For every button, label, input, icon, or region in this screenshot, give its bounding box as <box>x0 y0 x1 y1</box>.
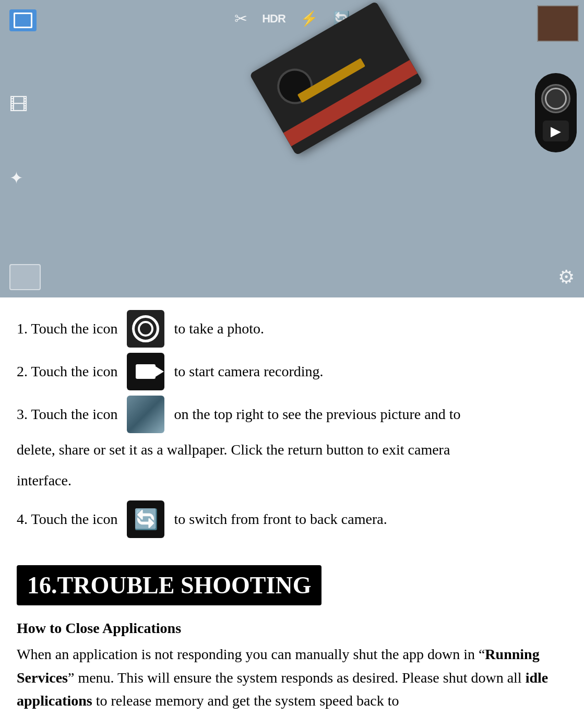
close-apps-section: How to Close Applications When an applic… <box>17 620 567 713</box>
step-4-post-text: to switch from front to back camera. <box>174 511 387 528</box>
step-4-pre-text: 4. Touch the icon <box>17 511 117 528</box>
video-triangle-icon <box>156 366 164 377</box>
thumbnail-preview <box>127 396 164 433</box>
body-text-end: to release memory and get the system spe… <box>92 693 399 709</box>
video-record-button[interactable]: ▶ <box>543 121 569 141</box>
camera-viewfinder: ✂ HDR ⚡ 🔄 🎞 ✦ ▶ ⚙ <box>0 0 584 297</box>
photo-thumbnail[interactable] <box>537 5 579 42</box>
step-3-cont-text: delete, share or set it as a wallpaper. … <box>17 441 450 458</box>
star-icon: ✦ <box>9 168 28 188</box>
video-icon-box <box>127 353 164 390</box>
shutter-inner-ring <box>138 321 153 337</box>
camera-controls: ▶ <box>535 73 577 152</box>
step-2-row: 2. Touch the icon to start camera record… <box>17 353 567 390</box>
camera-left-icons: 🎞 ✦ <box>9 94 28 188</box>
step-1-post-text: to take a photo. <box>174 320 264 337</box>
close-apps-heading: How to Close Applications <box>17 620 567 637</box>
shutter-lens-icon <box>541 84 570 113</box>
video-rect <box>136 364 156 379</box>
step-3-row: 3. Touch the icon on the top right to se… <box>17 396 567 433</box>
close-apps-body: When an application is not responding yo… <box>17 643 567 713</box>
hdr-icon: HDR <box>262 12 285 26</box>
step-4-row: 4. Touch the icon 🔄 to switch from front… <box>17 500 567 538</box>
video-icon: ▶ <box>551 123 561 139</box>
camera-top-icons: ✂ HDR ⚡ 🔄 <box>234 9 350 28</box>
step-2-pre-text: 2. Touch the icon <box>17 363 117 380</box>
scissors-icon: ✂ <box>234 9 247 28</box>
gallery-icon[interactable] <box>9 9 37 31</box>
camera-settings-icon[interactable]: ⚙ <box>558 266 575 288</box>
step-3-continuation2: interface. <box>17 469 567 492</box>
shutter-button[interactable]: ▶ <box>535 73 577 152</box>
instructions-section: 1. Touch the icon to take a photo. 2. To… <box>0 297 584 713</box>
step-3-cont2-text: interface. <box>17 472 71 488</box>
camera-mode-icon[interactable] <box>9 264 41 290</box>
flash-icon: ⚡ <box>300 10 318 27</box>
step-3-post-text: on the top right to see the previous pic… <box>174 406 460 423</box>
shutter-ring <box>132 315 159 342</box>
switch-camera-icon: 🔄 <box>134 508 158 531</box>
body-text-pre: When an application is not responding yo… <box>17 646 485 662</box>
step-2-post-text: to start camera recording. <box>174 363 323 380</box>
shutter-icon-box <box>127 310 164 348</box>
switch-camera-icon-box: 🔄 <box>127 500 164 538</box>
film-icon: 🎞 <box>9 94 28 116</box>
trouble-shooting-banner: 16.TROUBLE SHOOTING <box>17 565 321 605</box>
step-3-pre-text: 3. Touch the icon <box>17 406 117 423</box>
body-text-mid: ” menu. This will ensure the system resp… <box>68 670 526 686</box>
step-3-continuation: delete, share or set it as a wallpaper. … <box>17 438 567 461</box>
thumbnail-icon-box <box>127 396 164 433</box>
step-1-row: 1. Touch the icon to take a photo. <box>17 310 567 348</box>
step-1-pre-text: 1. Touch the icon <box>17 320 117 337</box>
